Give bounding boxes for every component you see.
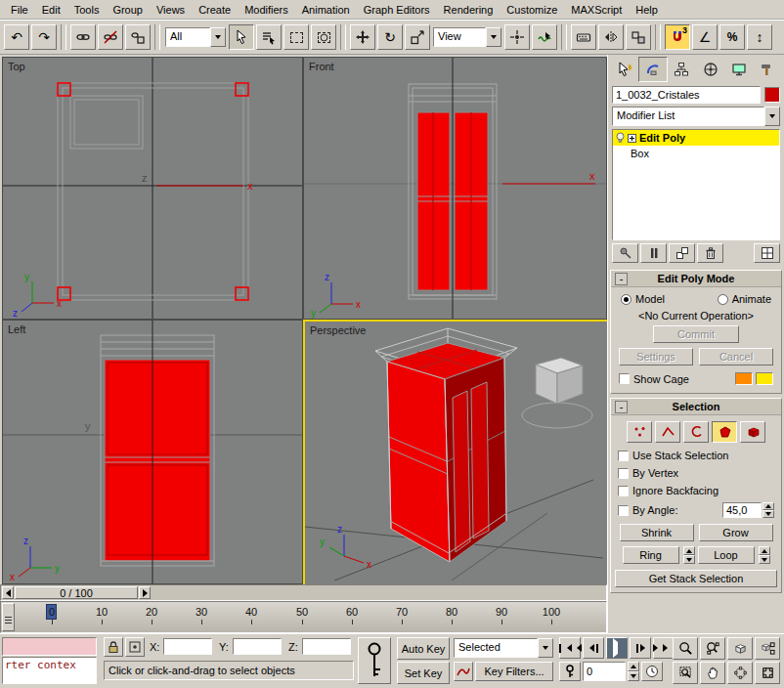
viewport-left[interactable]: Left y z y x	[2, 320, 303, 584]
mirror-button[interactable]	[598, 24, 624, 50]
current-frame-spinner[interactable]	[628, 662, 639, 681]
current-frame-field[interactable]	[584, 666, 625, 677]
menu-edit[interactable]: Edit	[35, 1, 67, 19]
selection-filter-arrow[interactable]	[210, 27, 226, 47]
set-keys-button[interactable]	[358, 637, 391, 684]
bind-to-spacewarp-button[interactable]	[125, 24, 151, 50]
menu-modifiers[interactable]: Modifiers	[238, 1, 295, 19]
object-name-field[interactable]	[613, 89, 760, 101]
zoom-region-button[interactable]	[673, 662, 698, 684]
viewport-top[interactable]: Top x z y x z	[2, 57, 303, 320]
select-and-scale-button[interactable]	[405, 24, 430, 50]
rollout-header-selection[interactable]: - Selection	[611, 399, 781, 415]
coordinate-system-arrow[interactable]	[486, 27, 501, 47]
viewport-label[interactable]: Top	[8, 61, 25, 72]
ring-button[interactable]: Ring	[623, 546, 679, 564]
by-angle-checkbox[interactable]	[618, 505, 629, 516]
zoom-all-button[interactable]	[700, 637, 725, 660]
get-stack-selection-button[interactable]: Get Stack Selection	[615, 570, 777, 587]
tab-utilities-panel[interactable]	[754, 57, 782, 82]
menu-help[interactable]: Help	[629, 1, 665, 19]
spinner-down-icon[interactable]	[628, 671, 639, 681]
by-vertex-row[interactable]: By Vertex	[611, 464, 781, 482]
menu-customize[interactable]: Customize	[500, 1, 564, 19]
modifier-list-arrow[interactable]	[764, 107, 780, 126]
default-tangent-button[interactable]	[454, 662, 473, 681]
redo-button[interactable]: ↷	[31, 24, 57, 50]
zoom-button[interactable]	[673, 637, 698, 660]
element-subobject-button[interactable]	[740, 421, 765, 443]
previous-frame-button[interactable]	[583, 637, 604, 659]
menu-animation[interactable]: Animation	[295, 1, 357, 19]
mini-curve-editor-button[interactable]	[2, 603, 15, 631]
time-step-forward-button[interactable]	[139, 586, 151, 599]
menu-views[interactable]: Views	[150, 1, 192, 19]
pan-view-button[interactable]	[700, 662, 725, 684]
make-unique-button[interactable]	[669, 243, 695, 263]
show-end-result-button[interactable]	[640, 243, 667, 263]
pin-stack-button[interactable]	[612, 243, 638, 263]
viewport-label[interactable]: Left	[8, 323, 25, 335]
perspective-viewport-canvas[interactable]: z x y	[305, 322, 603, 580]
select-and-rotate-button[interactable]: ↻	[377, 24, 403, 50]
key-mode-toggle-button[interactable]	[559, 662, 581, 681]
spinner-down-icon[interactable]	[762, 510, 774, 518]
modifier-list-combo[interactable]: Modifier List	[612, 107, 780, 126]
undo-button[interactable]: ↶	[4, 24, 29, 50]
go-to-start-button[interactable]	[559, 637, 581, 659]
percent-snap-toggle-button[interactable]: %	[719, 24, 745, 50]
menu-create[interactable]: Create	[192, 1, 238, 19]
y-coordinate-field[interactable]	[234, 641, 281, 653]
object-color-swatch[interactable]	[764, 87, 780, 103]
select-and-move-button[interactable]	[350, 24, 375, 50]
menu-group[interactable]: Group	[106, 1, 150, 19]
menu-tools[interactable]: Tools	[67, 1, 107, 19]
animate-radio[interactable]: Animate	[718, 293, 771, 305]
cage-selected-color-swatch[interactable]	[756, 372, 773, 385]
tab-motion-panel[interactable]	[696, 57, 724, 82]
x-coordinate-field[interactable]	[164, 641, 211, 653]
front-viewport-canvas[interactable]: x z x y	[304, 58, 606, 319]
stack-item-box[interactable]: Box	[613, 146, 779, 161]
align-button[interactable]	[626, 24, 651, 50]
select-and-manipulate-button[interactable]	[532, 24, 557, 50]
loop-button[interactable]: Loop	[698, 546, 755, 564]
play-animation-button[interactable]	[606, 637, 628, 659]
collapse-icon[interactable]: -	[615, 401, 628, 413]
tab-display-panel[interactable]	[724, 57, 753, 82]
maxscript-mini-listener-macro[interactable]	[2, 637, 97, 656]
go-to-end-button[interactable]	[653, 637, 675, 659]
vertex-subobject-button[interactable]	[627, 421, 652, 443]
maximize-viewport-toggle-button[interactable]	[755, 662, 780, 684]
configure-modifier-sets-button[interactable]	[754, 243, 780, 263]
menu-graph-editors[interactable]: Graph Editors	[357, 1, 437, 19]
grow-button[interactable]: Grow	[699, 524, 773, 541]
remove-modifier-button[interactable]	[697, 243, 723, 263]
viewport-perspective[interactable]: Perspective	[303, 320, 609, 586]
border-subobject-button[interactable]	[683, 421, 709, 443]
use-stack-selection-row[interactable]: Use Stack Selection	[611, 447, 781, 464]
viewport-label[interactable]: Perspective	[310, 324, 366, 336]
key-filters-button[interactable]: Key Filters...	[475, 662, 553, 681]
rectangular-selection-region-button[interactable]	[283, 24, 309, 50]
select-by-name-button[interactable]	[256, 24, 282, 50]
spinner-up-icon[interactable]	[759, 546, 770, 555]
key-mode-arrow[interactable]	[538, 638, 553, 658]
spinner-down-icon[interactable]	[759, 555, 770, 564]
time-slider-handle[interactable]: 0 / 100	[15, 586, 138, 599]
select-object-button[interactable]	[229, 24, 254, 50]
model-radio[interactable]: Model	[621, 293, 718, 305]
snaps-toggle-button[interactable]: 3	[665, 24, 690, 50]
select-and-link-button[interactable]	[70, 24, 96, 50]
keyboard-shortcut-override-button[interactable]	[571, 24, 596, 50]
loop-spinner[interactable]	[759, 546, 770, 564]
by-vertex-checkbox[interactable]	[618, 468, 629, 479]
collapse-icon[interactable]: -	[615, 273, 628, 285]
auto-key-button[interactable]: Auto Key	[397, 637, 450, 660]
track-bar[interactable]: 0 10 20 30 40 50 60 70 80 90 100	[0, 601, 607, 633]
angle-snap-toggle-button[interactable]: ∠	[692, 24, 718, 50]
absolute-offset-mode-button[interactable]	[125, 637, 145, 657]
edge-subobject-button[interactable]	[655, 421, 680, 443]
zoom-extents-all-button[interactable]	[755, 637, 780, 660]
spinner-snap-toggle-button[interactable]: ↕	[747, 24, 772, 50]
